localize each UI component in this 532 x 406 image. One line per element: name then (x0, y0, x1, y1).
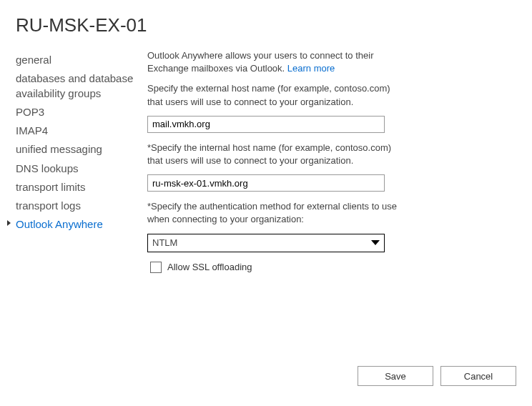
intro-span: Outlook Anywhere allows your users to co… (147, 50, 374, 74)
sidebar-item-transport-limits[interactable]: transport limits (16, 178, 143, 197)
sidebar-item-label: Outlook Anywhere (16, 218, 103, 230)
cancel-button[interactable]: Cancel (440, 366, 516, 386)
sidebar-item-general[interactable]: general (16, 51, 143, 69)
page-title: RU-MSK-EX-01 (16, 14, 516, 36)
internal-host-label: *Specify the internal host name (for exa… (147, 142, 405, 167)
sidebar: general databases and database availabil… (16, 49, 143, 274)
sidebar-item-pop3[interactable]: POP3 (16, 103, 143, 122)
sidebar-item-unified-messaging[interactable]: unified messaging (16, 140, 143, 159)
ssl-offloading-label: Allow SSL offloading (167, 261, 252, 274)
intro-text: Outlook Anywhere allows your users to co… (147, 49, 405, 75)
ssl-offloading-checkbox[interactable] (150, 262, 162, 273)
content-panel: Outlook Anywhere allows your users to co… (143, 49, 405, 274)
sidebar-item-imap4[interactable]: IMAP4 (16, 122, 143, 140)
sidebar-item-transport-logs[interactable]: transport logs (16, 197, 143, 215)
sidebar-item-dns-lookups[interactable]: DNS lookups (16, 159, 143, 178)
auth-method-select[interactable]: NTLM (147, 234, 385, 252)
external-host-label: Specify the external host name (for exam… (147, 82, 405, 108)
sidebar-item-outlook-anywhere[interactable]: Outlook Anywhere (16, 215, 143, 234)
internal-host-input[interactable] (147, 174, 385, 192)
auth-method-value: NTLM (148, 234, 384, 252)
chevron-right-icon (7, 220, 11, 226)
external-host-input[interactable] (147, 116, 385, 133)
chevron-down-icon (368, 235, 383, 251)
sidebar-item-databases[interactable]: databases and database availability grou… (16, 69, 143, 103)
auth-method-label: *Specify the authentication method for e… (147, 200, 405, 226)
save-button[interactable]: Save (358, 366, 433, 386)
footer: Save Cancel (358, 366, 516, 386)
learn-more-link[interactable]: Learn more (287, 63, 335, 74)
